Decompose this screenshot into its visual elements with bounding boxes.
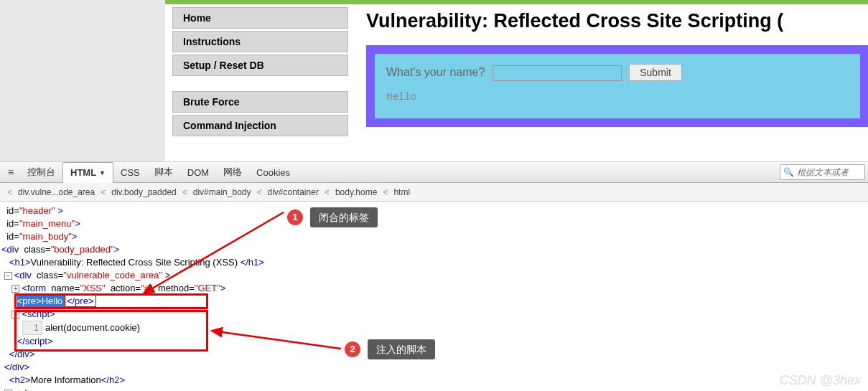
crumb-4[interactable]: body.home: [335, 187, 377, 197]
tab-dom[interactable]: DOM: [180, 162, 216, 182]
name-input[interactable]: [493, 65, 622, 81]
crumb-3[interactable]: div#container: [268, 187, 319, 197]
line-number: 1: [22, 321, 42, 335]
menu-setup[interactable]: Setup / Reset DB: [172, 55, 348, 76]
callout-1-label: 闭合的标签: [310, 207, 378, 227]
form-outer: What's your name? Submit Hello: [366, 45, 868, 127]
tab-console[interactable]: 控制台: [20, 162, 62, 182]
left-sidebar: [0, 0, 165, 161]
watermark: CSDN @3hex: [780, 373, 861, 388]
nav-menu: Home Instructions Setup / Reset DB Brute…: [172, 7, 348, 138]
tab-html-label: HTML: [70, 167, 96, 178]
callout-2-label: 注入的脚本: [368, 339, 435, 359]
menu-cmdinj[interactable]: Command Injection: [172, 115, 348, 136]
collapse-icon[interactable]: −: [11, 311, 19, 319]
callout-1: 1 闭合的标签: [287, 207, 378, 227]
menu-home[interactable]: Home: [172, 7, 348, 29]
badge-2: 2: [345, 341, 360, 357]
html-source[interactable]: id="header" > id="main_menu"> id="main_b…: [0, 202, 868, 391]
crumb-5[interactable]: html: [393, 187, 410, 197]
main-content: Vulnerability: Reflected Cross Site Scri…: [366, 10, 868, 127]
form-inner: What's your name? Submit Hello: [375, 54, 860, 118]
selected-node[interactable]: <pre>Hello </pre>: [17, 295, 95, 308]
page-title: Vulnerability: Reflected Cross Site Scri…: [366, 10, 868, 32]
devtools-tabs: ≡ 控制台 HTML▼ CSS 脚本 DOM 网络 Cookies 🔍: [0, 161, 868, 183]
tab-network[interactable]: 网络: [216, 162, 249, 182]
web-page: Home Instructions Setup / Reset DB Brute…: [0, 0, 868, 161]
menu-icon[interactable]: ≡: [4, 166, 17, 178]
search-icon: 🔍: [783, 167, 794, 177]
tab-cookies[interactable]: Cookies: [249, 162, 297, 182]
tab-script[interactable]: 脚本: [147, 162, 180, 182]
accent-strip: [165, 0, 868, 4]
name-label: What's your name?: [386, 66, 485, 78]
tab-css[interactable]: CSS: [113, 162, 147, 182]
search-box[interactable]: 🔍: [780, 164, 865, 180]
expand-icon[interactable]: +: [11, 285, 19, 293]
crumb-2[interactable]: div#main_body: [193, 187, 251, 197]
caret-icon: ▼: [99, 169, 106, 176]
breadcrumb: < div.vulne...ode_area< div.body_padded<…: [0, 183, 868, 202]
crumb-1[interactable]: div.body_padded: [111, 187, 177, 197]
collapse-icon[interactable]: −: [4, 272, 12, 280]
badge-1: 1: [287, 209, 303, 225]
crumb-0[interactable]: div.vulne...ode_area: [18, 187, 95, 197]
output-pre: Hello: [386, 91, 849, 103]
menu-instructions[interactable]: Instructions: [172, 31, 348, 52]
submit-button[interactable]: Submit: [629, 64, 682, 81]
search-input[interactable]: [797, 167, 862, 177]
closed-tag: </pre>: [65, 296, 95, 306]
callout-2: 2 注入的脚本: [345, 339, 435, 359]
tab-html[interactable]: HTML▼: [62, 162, 113, 183]
menu-bruteforce[interactable]: Brute Force: [172, 91, 348, 113]
crumb-sep: <: [7, 187, 12, 197]
